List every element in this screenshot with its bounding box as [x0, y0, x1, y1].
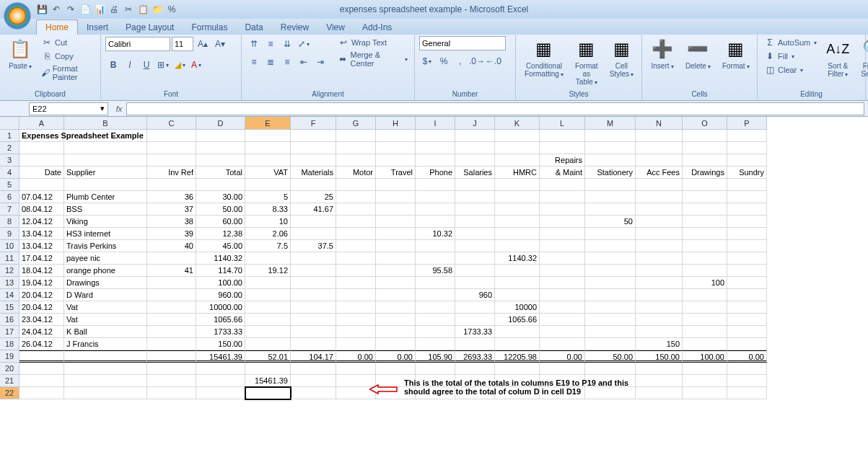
- cell-A4[interactable]: Date: [19, 167, 64, 179]
- cell-L12[interactable]: [540, 265, 585, 277]
- cell-K7[interactable]: [495, 203, 540, 216]
- cell-I1[interactable]: [416, 130, 455, 142]
- cell-K17[interactable]: [495, 326, 540, 338]
- cell-I4[interactable]: Phone: [416, 167, 455, 179]
- cell-D20[interactable]: [196, 363, 245, 375]
- cell-O18[interactable]: [683, 338, 727, 350]
- col-header-B[interactable]: B: [64, 117, 147, 130]
- fill-color-button[interactable]: ◢: [172, 57, 188, 73]
- qat-icon[interactable]: ✂: [123, 4, 134, 15]
- cell-M14[interactable]: [585, 289, 636, 301]
- cell-O16[interactable]: [683, 314, 727, 326]
- cell-I13[interactable]: [416, 277, 455, 289]
- cell-A1[interactable]: Expenses Spreadsheet Example: [19, 130, 64, 142]
- cell-F22[interactable]: [291, 387, 336, 399]
- cell-N13[interactable]: [636, 277, 683, 289]
- col-header-G[interactable]: G: [336, 117, 376, 130]
- row-header-12[interactable]: 12: [0, 265, 19, 277]
- col-header-H[interactable]: H: [376, 117, 416, 130]
- cell-E16[interactable]: [245, 314, 291, 326]
- cell-D2[interactable]: [196, 142, 245, 154]
- cell-L11[interactable]: [540, 252, 585, 265]
- cell-E20[interactable]: [245, 363, 291, 375]
- cell-C22[interactable]: [147, 387, 196, 399]
- row-header-10[interactable]: 10: [0, 240, 19, 252]
- cell-P17[interactable]: [727, 326, 767, 338]
- cell-M2[interactable]: [585, 142, 636, 154]
- cell-J12[interactable]: [455, 265, 495, 277]
- row-header-13[interactable]: 13: [0, 277, 19, 289]
- row-header-5[interactable]: 5: [0, 179, 19, 191]
- cell-F13[interactable]: [291, 277, 336, 289]
- conditional-formatting-button[interactable]: ▦Conditional Formatting: [520, 36, 568, 79]
- font-size-input[interactable]: [172, 37, 193, 51]
- cell-D13[interactable]: 100.00: [196, 277, 245, 289]
- cell-I15[interactable]: [416, 301, 455, 314]
- cell-J18[interactable]: [455, 338, 495, 350]
- cell-F7[interactable]: 41.67: [291, 203, 336, 216]
- cell-E12[interactable]: 19.12: [245, 265, 291, 277]
- indent-inc-icon[interactable]: ⇥: [312, 54, 328, 70]
- cell-F11[interactable]: [291, 252, 336, 265]
- cell-L15[interactable]: [540, 301, 585, 314]
- cell-D19[interactable]: 15461.39: [196, 350, 245, 363]
- save-icon[interactable]: 💾: [36, 4, 48, 15]
- cell-O7[interactable]: [683, 203, 727, 216]
- cell-I16[interactable]: [416, 314, 455, 326]
- cell-A5[interactable]: [19, 179, 64, 191]
- cell-B2[interactable]: [64, 142, 147, 154]
- cell-B15[interactable]: Vat: [64, 301, 147, 314]
- cell-D11[interactable]: 1140.32: [196, 252, 245, 265]
- cell-P15[interactable]: [727, 301, 767, 314]
- cell-G12[interactable]: [336, 265, 376, 277]
- cell-I20[interactable]: [416, 363, 455, 375]
- cell-J1[interactable]: [455, 130, 495, 142]
- cell-E2[interactable]: [245, 142, 291, 154]
- tab-home[interactable]: Home: [36, 19, 78, 35]
- cell-K14[interactable]: [495, 289, 540, 301]
- cell-N11[interactable]: [636, 252, 683, 265]
- merge-center-button[interactable]: ⬌Merge & Center: [336, 50, 410, 68]
- cell-M6[interactable]: [585, 191, 636, 203]
- cell-D14[interactable]: 960.00: [196, 289, 245, 301]
- select-all-corner[interactable]: [0, 117, 19, 130]
- align-bottom-icon[interactable]: ⇊: [279, 36, 295, 52]
- cell-M12[interactable]: [585, 265, 636, 277]
- cell-F5[interactable]: [291, 179, 336, 191]
- cell-B14[interactable]: D Ward: [64, 289, 147, 301]
- qat-icon[interactable]: 📄: [79, 4, 91, 15]
- cell-G2[interactable]: [336, 142, 376, 154]
- cell-H5[interactable]: [376, 179, 416, 191]
- cell-K19[interactable]: 12205.98: [495, 350, 540, 363]
- font-name-input[interactable]: [105, 37, 170, 51]
- cell-A22[interactable]: [19, 387, 64, 399]
- cell-E19[interactable]: 52.01: [245, 350, 291, 363]
- cell-G6[interactable]: [336, 191, 376, 203]
- cell-G4[interactable]: Motor: [336, 167, 376, 179]
- cell-L18[interactable]: [540, 338, 585, 350]
- cell-G8[interactable]: [336, 216, 376, 228]
- cell-B17[interactable]: K Ball: [64, 326, 147, 338]
- cell-N19[interactable]: 150.00: [636, 350, 683, 363]
- cell-C18[interactable]: [147, 338, 196, 350]
- cell-J6[interactable]: [455, 191, 495, 203]
- row-header-22[interactable]: 22: [0, 387, 19, 399]
- cell-M10[interactable]: [585, 240, 636, 252]
- cell-B12[interactable]: orange phone: [64, 265, 147, 277]
- cell-O4[interactable]: Drawings: [683, 167, 727, 179]
- cell-L4[interactable]: & Maint: [540, 167, 585, 179]
- cell-B1[interactable]: [64, 130, 147, 142]
- cell-G16[interactable]: [336, 314, 376, 326]
- bold-button[interactable]: B: [105, 57, 121, 73]
- cell-M11[interactable]: [585, 252, 636, 265]
- cell-B16[interactable]: Vat: [64, 314, 147, 326]
- col-header-O[interactable]: O: [683, 117, 727, 130]
- cell-J5[interactable]: [455, 179, 495, 191]
- cut-button[interactable]: ✂Cut: [39, 36, 96, 49]
- cell-C13[interactable]: [147, 277, 196, 289]
- cell-J10[interactable]: [455, 240, 495, 252]
- cell-M17[interactable]: [585, 326, 636, 338]
- cell-C19[interactable]: [147, 350, 196, 363]
- formula-input[interactable]: [126, 102, 864, 115]
- cell-J13[interactable]: [455, 277, 495, 289]
